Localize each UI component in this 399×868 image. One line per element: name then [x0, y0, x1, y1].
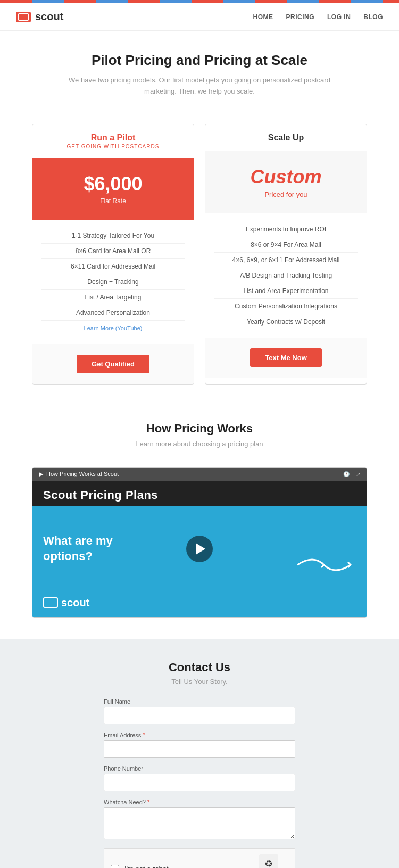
pilot-feature-0: 1-1 Strategy Tailored For You: [41, 228, 185, 244]
how-section: How Pricing Works Learn more about choos…: [0, 406, 399, 458]
captcha-checkbox[interactable]: [111, 865, 119, 868]
video-line1: What are my: [43, 533, 113, 549]
pilot-card-header: Run a Pilot GET GOING WITH POSTCARDS: [32, 124, 194, 158]
scale-cta: Text Me Now: [205, 338, 367, 378]
captcha-label: I'm not a robot: [124, 865, 254, 868]
navigation: scout HOME PRICING LOG IN BLOG: [0, 3, 399, 31]
scale-feature-6: Yearly Contracts w/ Deposit: [214, 314, 358, 329]
scale-price-box: Custom Priced for you: [205, 151, 367, 213]
scale-card-header: Scale Up: [205, 124, 367, 151]
phone-input[interactable]: [104, 774, 295, 791]
nav-home[interactable]: HOME: [253, 13, 273, 21]
pilot-sublabel: GET GOING WITH POSTCARDS: [41, 144, 185, 149]
pilot-label: Run a Pilot: [41, 133, 185, 143]
hero-subtitle: We have two pricing models. Our first mo…: [66, 75, 332, 97]
contact-title: Contact Us: [32, 661, 367, 674]
pilot-features: 1-1 Strategy Tailored For You 8×6 Card f…: [32, 220, 194, 344]
whatcha-input[interactable]: [104, 807, 295, 839]
pilot-feature-3: Design + Tracking: [41, 274, 185, 290]
nav-blog[interactable]: BLOG: [363, 13, 383, 21]
video-arrow-graphic: [292, 549, 356, 581]
video-top-text: How Pricing Works at Scout: [46, 471, 119, 477]
video-bottom-bar: scout: [32, 591, 367, 617]
nav-login[interactable]: LOG IN: [327, 13, 351, 21]
whatcha-label: Whatcha Need? *: [104, 799, 295, 805]
scale-feature-1: 8×6 or 9×4 For Area Mail: [214, 237, 358, 253]
nav-pricing[interactable]: PRICING: [286, 13, 314, 21]
email-input[interactable]: [104, 740, 295, 758]
email-label: Email Address *: [104, 732, 295, 738]
full-name-input[interactable]: [104, 707, 295, 724]
video-clock-icon: 🕐: [343, 471, 350, 477]
video-scout-logo: scout: [43, 597, 89, 609]
recaptcha-logo: ♻ reCAPTCHAPrivacy - Terms: [259, 854, 288, 868]
full-name-label: Full Name: [104, 698, 295, 705]
whatcha-group: Whatcha Need? *: [104, 799, 295, 841]
captcha-row: I'm not a robot ♻ reCAPTCHAPrivacy - Ter…: [104, 848, 295, 868]
video-blue-text: What are my options?: [43, 533, 113, 564]
logo[interactable]: scout: [16, 11, 63, 23]
video-top-right: 🕐 ↗: [343, 471, 360, 477]
pilot-feature-4: List / Area Targeting: [41, 290, 185, 305]
recaptcha-icon: ♻: [259, 854, 278, 868]
pilot-card: Run a Pilot GET GOING WITH POSTCARDS $6,…: [32, 124, 194, 385]
video-play-button[interactable]: [186, 536, 213, 562]
scale-custom-text: Custom: [214, 166, 358, 188]
scale-feature-2: 4×6, 6×9, or 6×11 For Addressed Mail: [214, 253, 358, 268]
how-subtitle: Learn more about choosing a pricing plan: [32, 440, 367, 448]
phone-group: Phone Number: [104, 765, 295, 791]
video-top-left: ▶ How Pricing Works at Scout: [39, 471, 119, 478]
pilot-price-sub: Flat Rate: [41, 197, 185, 205]
contact-form: Full Name Email Address * Phone Number W…: [104, 698, 295, 868]
scale-features: Experiments to Improve ROI 8×6 or 9×4 Fo…: [205, 213, 367, 338]
scale-feature-5: Custom Personalization Integrations: [214, 299, 358, 314]
phone-label: Phone Number: [104, 765, 295, 772]
pricing-section: Run a Pilot GET GOING WITH POSTCARDS $6,…: [0, 113, 399, 406]
scale-feature-3: A/B Design and Tracking Testing: [214, 268, 358, 283]
video-scout-text: scout: [61, 597, 89, 609]
video-title: Scout Pricing Plans: [32, 481, 367, 506]
scout-icon-white: [43, 597, 58, 608]
hero-section: Pilot Pricing and Pricing at Scale We ha…: [0, 31, 399, 113]
how-title: How Pricing Works: [32, 422, 367, 436]
video-blue-section: What are my options?: [32, 506, 367, 591]
scale-card: Scale Up Custom Priced for you Experimen…: [205, 124, 367, 385]
video-icon: ▶: [39, 471, 43, 478]
scale-label: Scale Up: [214, 133, 358, 143]
text-me-now-button[interactable]: Text Me Now: [250, 348, 322, 367]
pilot-feature-1: 8×6 Card for Area Mail OR: [41, 244, 185, 259]
pilot-price-box: $6,000 Flat Rate: [32, 158, 194, 220]
contact-subtitle: Tell Us Your Story.: [32, 678, 367, 686]
hero-title: Pilot Pricing and Pricing at Scale: [32, 52, 367, 69]
video-thumbnail[interactable]: ▶ How Pricing Works at Scout 🕐 ↗ Scout P…: [32, 467, 367, 618]
pilot-feature-5: Advanced Personalization: [41, 305, 185, 321]
pilot-learn-link[interactable]: Learn More (YouTube): [84, 325, 143, 331]
scale-feature-0: Experiments to Improve ROI: [214, 222, 358, 237]
video-top-bar: ▶ How Pricing Works at Scout 🕐 ↗: [32, 468, 367, 481]
email-required-marker: *: [143, 732, 145, 738]
pilot-price: $6,000: [41, 173, 185, 195]
full-name-group: Full Name: [104, 698, 295, 724]
pilot-feature-learn: Learn More (YouTube): [41, 321, 185, 336]
video-line2: options?: [43, 549, 113, 564]
email-group: Email Address *: [104, 732, 295, 758]
contact-section: Contact Us Tell Us Your Story. Full Name…: [0, 639, 399, 868]
pilot-cta: Get Qualified: [32, 344, 194, 384]
scale-custom-sub: Priced for you: [214, 190, 358, 198]
video-share-icon: ↗: [356, 471, 360, 477]
logo-icon: [16, 12, 31, 22]
nav-links: HOME PRICING LOG IN BLOG: [253, 13, 383, 21]
scale-feature-4: List and Area Experimentation: [214, 283, 358, 299]
get-qualified-button[interactable]: Get Qualified: [77, 355, 149, 373]
whatcha-required-marker: *: [147, 799, 149, 805]
logo-text: scout: [35, 11, 63, 23]
pilot-feature-2: 6×11 Card for Addressed Mail: [41, 259, 185, 274]
